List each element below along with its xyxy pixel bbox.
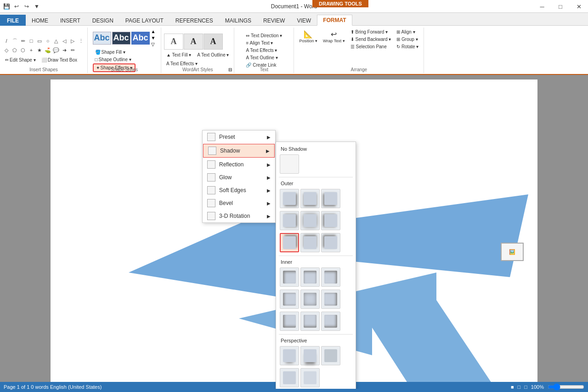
wrap-text-btn[interactable]: ↩ Wrap Text ▾ xyxy=(321,28,347,45)
styles-up-btn[interactable]: ▲ xyxy=(151,28,156,34)
menu-item-reflection[interactable]: Reflection ▶ xyxy=(203,158,275,171)
tab-view[interactable]: VIEW xyxy=(291,15,317,26)
view-normal-icon[interactable]: ■ xyxy=(511,384,514,389)
perspective-shadow-3[interactable] xyxy=(321,346,340,365)
bring-forward-btn[interactable]: ⬆ Bring Forward ▾ xyxy=(348,28,394,35)
text-fill-btn[interactable]: ▲ Text Fill ▾ xyxy=(164,51,193,58)
undo-qat-btn[interactable]: ↩ xyxy=(12,2,21,11)
save-qat-btn[interactable]: 💾 xyxy=(2,2,11,11)
perspective-shadow-5[interactable] xyxy=(300,368,320,387)
tab-design[interactable]: DESIGN xyxy=(86,15,119,26)
customize-qat-btn[interactable]: ▼ xyxy=(32,2,41,11)
perspective-shadow-2[interactable] xyxy=(300,346,320,365)
view-web-icon[interactable]: □ xyxy=(524,384,527,389)
text-effects-text-btn[interactable]: A Text Effects ▾ xyxy=(243,47,279,54)
menu-item-glow[interactable]: Glow ▶ xyxy=(203,171,275,184)
group-btn[interactable]: ⊞ Group ▾ xyxy=(394,36,421,43)
align-btn[interactable]: ⊞ Align ▾ xyxy=(394,28,421,35)
inner-shadow-6[interactable] xyxy=(321,290,340,309)
view-reading-icon[interactable]: □ xyxy=(518,384,521,389)
menu-item-preset[interactable]: Preset ▶ xyxy=(203,131,275,143)
shape-hex-icon[interactable]: ⬡ xyxy=(19,46,27,54)
tab-page-layout[interactable]: PAGE LAYOUT xyxy=(119,15,170,26)
menu-item-shadow[interactable]: Shadow ▶ xyxy=(203,144,275,158)
tab-home[interactable]: HOME xyxy=(26,15,54,26)
align-text-btn[interactable]: ≡ Align Text ▾ xyxy=(243,40,275,46)
inner-shadow-1[interactable] xyxy=(280,267,299,287)
shape-edit-icon[interactable]: ✏ xyxy=(69,46,76,54)
shape-banner-icon[interactable]: ⛳ xyxy=(44,46,51,54)
menu-item-3d-rotation[interactable]: 3-D Rotation ▶ xyxy=(203,210,275,222)
maximize-btn[interactable]: □ xyxy=(551,0,570,13)
inner-shadow-5[interactable] xyxy=(300,290,320,309)
rotate-btn[interactable]: ↻ Rotate ▾ xyxy=(394,43,421,50)
inner-shadow-7[interactable] xyxy=(280,312,299,331)
shape-more-icon[interactable]: ⋮ xyxy=(77,37,85,45)
no-shadow-btn[interactable] xyxy=(280,154,299,174)
inner-shadow-9[interactable] xyxy=(321,312,340,331)
shape-rtri-icon[interactable]: ◁ xyxy=(61,37,68,45)
styles-expand-btn[interactable]: ▽ xyxy=(151,41,156,47)
text-outline-btn[interactable]: A Text Outline ▾ xyxy=(195,51,231,58)
minimize-btn[interactable]: ─ xyxy=(533,0,551,13)
outer-shadow-5[interactable] xyxy=(300,211,320,230)
shape-oval-icon[interactable]: ○ xyxy=(44,37,51,45)
shape-dia-icon[interactable]: ◇ xyxy=(3,46,10,54)
shape-fill-btn[interactable]: 🪣 Shape Fill ▾ xyxy=(93,49,128,56)
outer-shadow-6[interactable] xyxy=(321,211,340,230)
tab-file[interactable]: FILE xyxy=(0,15,26,26)
tab-mailings[interactable]: MAILINGS xyxy=(219,15,257,26)
edit-shape-btn[interactable]: ✏ Edit Shape ▾ xyxy=(3,57,38,63)
shape-round-rect-icon[interactable]: ▭ xyxy=(36,37,43,45)
shape-curve-icon[interactable]: ⌒ xyxy=(11,37,18,45)
shape-pent-icon[interactable]: ⬠ xyxy=(11,46,18,54)
zoom-slider[interactable] xyxy=(548,383,584,389)
shape-outline-btn[interactable]: □ Shape Outline ▾ xyxy=(93,56,134,63)
perspective-shadow-4[interactable] xyxy=(280,368,299,387)
outer-shadow-8[interactable] xyxy=(300,233,320,252)
shape-plus-icon[interactable]: + xyxy=(28,46,35,54)
wordart-sample-2[interactable]: A xyxy=(184,34,203,50)
shape-star-icon[interactable]: ★ xyxy=(36,46,43,54)
outer-shadow-3[interactable] xyxy=(321,189,340,208)
inner-shadow-8[interactable] xyxy=(300,312,320,331)
text-direction-btn[interactable]: ⇔ Text Direction ▾ xyxy=(243,32,284,39)
shape-rtri2-icon[interactable]: ▷ xyxy=(69,37,76,45)
draw-text-box-btn[interactable]: ⬜ Draw Text Box xyxy=(39,57,79,63)
inner-shadow-2[interactable] xyxy=(300,267,320,287)
style-sample-1[interactable]: Abc xyxy=(93,32,111,45)
styles-down-btn[interactable]: ▼ xyxy=(151,35,156,41)
menu-item-soft-edges[interactable]: Soft Edges ▶ xyxy=(203,184,275,197)
outer-shadow-7[interactable] xyxy=(280,233,299,252)
tab-format[interactable]: FORMAT xyxy=(317,15,352,26)
inner-shadow-4[interactable] xyxy=(280,290,299,309)
perspective-shadow-1[interactable] xyxy=(280,346,299,365)
shape-callout-icon[interactable]: 💬 xyxy=(52,46,60,54)
shape-arr-icon[interactable]: ➜ xyxy=(61,46,68,54)
shape-rect-icon[interactable]: □ xyxy=(28,37,35,45)
style-sample-3[interactable]: Abc xyxy=(131,32,150,45)
tab-review[interactable]: REVIEW xyxy=(257,15,291,26)
tab-insert[interactable]: INSERT xyxy=(54,15,86,26)
close-btn[interactable]: ✕ xyxy=(570,0,588,13)
text-effects-btn[interactable]: A Text Effects ▾ xyxy=(164,60,200,67)
outer-shadow-2[interactable] xyxy=(300,189,320,208)
style-sample-2[interactable]: Abc xyxy=(112,32,130,45)
menu-item-bevel[interactable]: Bevel ▶ xyxy=(203,197,275,210)
floating-image-placeholder[interactable]: 🖼️ xyxy=(501,243,524,261)
selection-pane-btn[interactable]: ☰ Selection Pane xyxy=(348,43,394,50)
tab-references[interactable]: REFERENCES xyxy=(170,15,219,26)
shape-tri-icon[interactable]: △ xyxy=(52,37,60,45)
shape-line-icon[interactable]: / xyxy=(3,37,10,45)
send-backward-btn[interactable]: ⬇ Send Backward ▾ xyxy=(348,36,394,43)
outer-shadow-9[interactable] xyxy=(321,233,340,252)
text-outline-text-btn[interactable]: A Text Outline ▾ xyxy=(243,54,280,61)
position-btn[interactable]: 📐 Position ▾ xyxy=(297,28,320,45)
redo-qat-btn[interactable]: ↪ xyxy=(22,2,31,11)
wordart-sample-1[interactable]: A xyxy=(164,34,183,50)
wordart-sample-3[interactable]: A xyxy=(204,34,223,50)
outer-shadow-4[interactable] xyxy=(280,211,299,230)
shape-scribble-icon[interactable]: ✏ xyxy=(19,37,27,45)
inner-shadow-3[interactable] xyxy=(321,267,340,287)
outer-shadow-1[interactable] xyxy=(280,189,299,208)
